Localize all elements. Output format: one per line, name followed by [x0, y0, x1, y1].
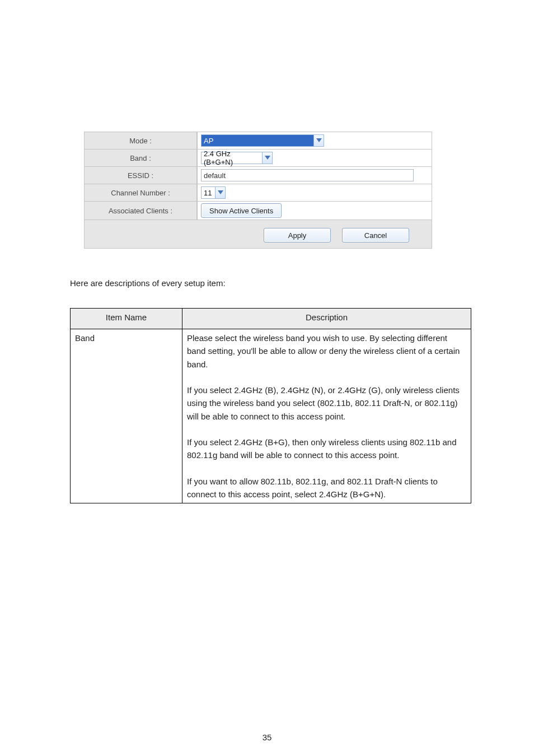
chevron-down-icon — [263, 152, 273, 164]
select-band-value: 2.4 GHz (B+G+N) — [201, 152, 263, 164]
label-essid: ESSID : — [85, 167, 198, 184]
intro-text: Here are descriptions of every setup ite… — [70, 277, 442, 290]
cancel-button[interactable]: Cancel — [342, 228, 409, 242]
select-band[interactable]: 2.4 GHz (B+G+N) — [201, 152, 273, 164]
label-channel: Channel Number : — [85, 184, 198, 201]
description-table: Item Name Description BandPlease select … — [70, 308, 471, 503]
label-band: Band : — [85, 150, 198, 166]
essid-input[interactable] — [201, 169, 414, 181]
label-mode: Mode : — [85, 132, 198, 149]
button-bar: Apply Cancel — [85, 220, 432, 248]
select-channel-value: 11 — [201, 186, 216, 199]
table-header-row: Item Name Description — [71, 309, 471, 329]
select-channel[interactable]: 11 — [201, 186, 226, 199]
header-description: Description — [182, 309, 471, 329]
select-mode-value: AP — [201, 134, 314, 147]
row-mode: Mode : AP — [85, 132, 432, 150]
chevron-down-icon — [314, 134, 324, 147]
row-essid: ESSID : — [85, 167, 432, 184]
row-channel: Channel Number : 11 — [85, 184, 432, 202]
table-row: BandPlease select the wireless band you … — [71, 329, 471, 503]
desc-cell: Please select the wireless band you wish… — [182, 329, 471, 503]
row-band: Band : 2.4 GHz (B+G+N) — [85, 150, 432, 167]
chevron-down-icon — [216, 186, 226, 199]
show-active-clients-button[interactable]: Show Active Clients — [201, 203, 282, 218]
header-item-name: Item Name — [71, 309, 182, 329]
label-assoc: Associated Clients : — [85, 202, 198, 220]
select-mode[interactable]: AP — [201, 134, 324, 147]
row-assoc: Associated Clients : Show Active Clients — [85, 202, 432, 220]
param-cell: Band — [71, 329, 182, 503]
config-panel: Mode : AP Band : 2.4 GHz (B+G+N) — [84, 132, 432, 249]
apply-button[interactable]: Apply — [264, 228, 331, 242]
page-number: 35 — [0, 732, 534, 742]
